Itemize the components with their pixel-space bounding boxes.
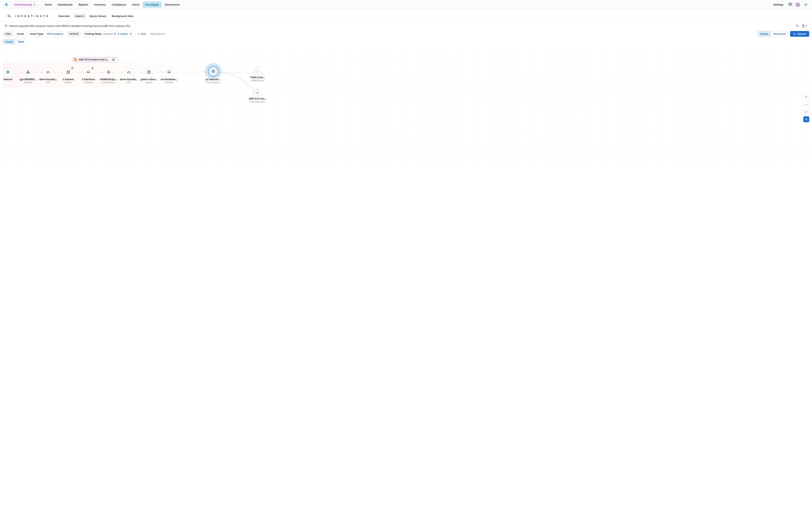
svg-point-56: [806, 119, 807, 120]
nav-items: Home Dashboards Reports Inventory Compli…: [42, 2, 182, 8]
docs-icon[interactable]: [788, 2, 792, 7]
svg-point-54: [258, 93, 258, 94]
undo-icon[interactable]: [796, 24, 799, 28]
asset-pill[interactable]: Asset: [15, 31, 26, 37]
colon: :: [45, 32, 46, 35]
nav-dashboards[interactable]: Dashboards: [55, 2, 76, 8]
svg-rect-16: [29, 73, 30, 74]
recenter-button[interactable]: [803, 116, 809, 122]
node-label: Traffic from...: [246, 76, 269, 79]
add-label: Add: [141, 32, 145, 35]
node-type: Interface: [159, 81, 179, 84]
node-label: demo-foundat...: [38, 78, 58, 81]
svg-point-24: [108, 71, 109, 73]
nav-reports[interactable]: Reports: [76, 2, 91, 8]
zoom-in-button[interactable]: +: [803, 94, 809, 100]
sliders-icon: [256, 91, 259, 95]
node-eni[interactable]: eni-0eede0ee... Interface: [159, 68, 179, 84]
node-misconfiguration[interactable]: AWS EC2 inst... Misconfiguration: [246, 87, 269, 103]
zoom-out-button[interactable]: −: [803, 101, 809, 107]
node-subnets[interactable]: 2 2 Subnets Subnet: [58, 68, 78, 84]
node-label: pc-national-...: [204, 78, 223, 81]
svg-point-4: [9, 16, 10, 17]
subheader: INVESTIGATE Overview Search Query Librar…: [0, 9, 812, 21]
nav-alerts[interactable]: Alerts: [129, 2, 142, 8]
query-actions: ▼: [796, 24, 807, 28]
edge: [175, 72, 206, 73]
nav-governance[interactable]: Governance: [162, 2, 182, 8]
find-keyword: FIND: [3, 31, 13, 37]
svg-point-29: [147, 71, 148, 72]
result-badge[interactable]: AWS EC2 instance that is... 11: [72, 57, 118, 62]
node-internet[interactable]: Internet: [0, 68, 18, 81]
node-label: Internet: [0, 78, 18, 81]
svg-point-25: [108, 71, 109, 71]
fullscreen-button[interactable]: [803, 109, 809, 115]
nav-settings[interactable]: Settings: [772, 2, 785, 7]
query-title-row: Internet exposed AWS compute instance wi…: [0, 21, 812, 30]
graph-canvas[interactable]: AWS EC2 instance that is... 11 Internet …: [0, 46, 812, 169]
node-label: eni-0eede0ee...: [159, 78, 179, 81]
node-vpc-2[interactable]: demo-foundat... VPC: [119, 68, 139, 84]
svg-point-31: [147, 73, 148, 74]
asset-type-label: Asset Type: [30, 32, 43, 35]
node-public-subnet[interactable]: public-subne... Subnet: [139, 68, 159, 84]
node-vpc-1[interactable]: demo-foundat... VPC: [38, 68, 58, 84]
globe-warning-icon: [74, 58, 77, 61]
node-label: b4299fa3e3gc...: [99, 78, 119, 81]
svg-point-32: [149, 73, 150, 74]
finding-pill[interactable]: Finding Name contains all 3 values ✕: [83, 31, 134, 37]
subtab-overview[interactable]: Overview: [56, 13, 72, 19]
node-type: Gateway: [18, 81, 38, 84]
node-label: public-subne...: [139, 78, 159, 81]
save-menu[interactable]: ▼: [802, 25, 807, 28]
brand-logo[interactable]: [4, 2, 9, 7]
asset-type-pill[interactable]: Asset Type : EC2 Instance: [28, 31, 65, 37]
svg-point-19: [67, 73, 68, 74]
svg-point-10: [794, 33, 795, 34]
query-list-icon: [4, 24, 7, 28]
investigate-icon: [7, 14, 11, 18]
node-type: EC2 Instance: [204, 81, 223, 84]
asset-label: Asset: [17, 32, 24, 35]
assistant-icon[interactable]: [803, 2, 808, 7]
node-interfaces[interactable]: 2 2 Interfaces Interface: [79, 68, 98, 84]
finding-values: 3 values: [118, 32, 128, 35]
node-initial-access[interactable]: Traffic from... Initial Access: [246, 66, 269, 82]
subtab-query-library[interactable]: Query Library: [87, 13, 108, 19]
query-builder: FIND Asset Asset Type : EC2 Instance WHE…: [0, 30, 812, 38]
node-label: 2 Interfaces: [79, 78, 98, 81]
nav-compliance[interactable]: Compliance: [109, 2, 129, 8]
query-builder-right: Simple Advanced Search: [758, 31, 809, 37]
reset-query-button[interactable]: Reset Query: [149, 31, 166, 37]
svg-point-26: [108, 73, 109, 74]
node-type: VPC: [119, 81, 139, 84]
search-button[interactable]: Search: [790, 31, 809, 37]
avatar[interactable]: [796, 2, 800, 7]
view-graph[interactable]: Graph: [3, 39, 15, 44]
nav-investigate[interactable]: Investigate: [143, 2, 162, 8]
shield-exchange-icon: [256, 70, 259, 74]
add-filter-button[interactable]: + Add: [136, 31, 147, 37]
node-type: Load Balancer: [99, 81, 119, 84]
node-load-balancer[interactable]: b4299fa3e3gc... Load Balancer: [99, 68, 119, 84]
svg-rect-15: [27, 73, 28, 74]
remove-filter-icon[interactable]: ✕: [129, 32, 132, 35]
node-gateway[interactable]: igw-08bd9fbf... Gateway: [18, 68, 38, 84]
subtab-search[interactable]: Search: [73, 13, 86, 19]
svg-rect-36: [213, 71, 214, 72]
view-table[interactable]: Table: [15, 39, 27, 44]
node-label: igw-08bd9fbf...: [18, 78, 38, 81]
count-badge: 2: [91, 67, 94, 70]
subtabs: Overview Search Query Library Background…: [56, 13, 136, 19]
mode-simple[interactable]: Simple: [758, 31, 771, 37]
node-type: Interface: [79, 81, 98, 84]
product-switcher[interactable]: Cloud Security ▼: [11, 2, 39, 7]
top-nav: Cloud Security ▼ Home Dashboards Reports…: [0, 0, 812, 9]
node-ec2-instance[interactable]: pc-national-... EC2 Instance: [204, 66, 223, 84]
nav-home[interactable]: Home: [42, 2, 55, 8]
view-toggle: Graph Table: [3, 39, 27, 44]
subtab-background-jobs[interactable]: Background Jobs: [109, 13, 136, 19]
mode-advanced[interactable]: Advanced: [771, 31, 788, 37]
nav-inventory[interactable]: Inventory: [91, 2, 108, 8]
